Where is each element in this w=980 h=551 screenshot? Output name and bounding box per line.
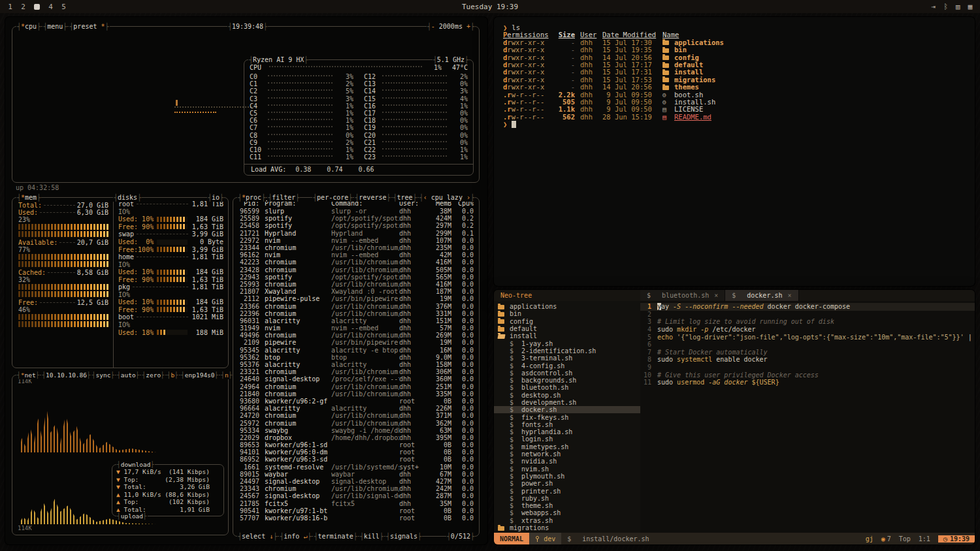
- tree-item[interactable]: printer.sh: [494, 487, 640, 494]
- proc-sort-selector[interactable]: ‹ cpu lazy ›: [419, 193, 475, 202]
- workspace-button[interactable]: 1: [8, 3, 12, 11]
- process-row[interactable]: 94101 kworker/u96:0-dm root 0B 0.0: [237, 449, 475, 456]
- tree-item[interactable]: backgrounds.sh: [494, 377, 640, 384]
- editor-pane[interactable]: 1 yay -S --noconfirm --needed docker doc…: [640, 301, 975, 533]
- workspace-button[interactable]: 4: [48, 3, 53, 11]
- proc-terminate-button[interactable]: terminate: [313, 532, 357, 541]
- process-row[interactable]: 90541 kworker/u97:1-bt root 0B 0.0: [237, 507, 475, 514]
- process-row[interactable]: 22396 chromium /usr/lib/chromium/ dhh 33…: [237, 310, 475, 317]
- process-row[interactable]: 96664 alacritty alacritty dhh 226M 0.0: [237, 405, 475, 412]
- process-row[interactable]: 23428 chromium /usr/lib/chromium/ dhh 50…: [237, 266, 475, 274]
- tree-item[interactable]: config: [494, 318, 640, 325]
- tree-item[interactable]: 1-yay.sh: [494, 339, 640, 347]
- proc-select-button[interactable]: select ↓: [237, 532, 278, 541]
- process-row[interactable]: 96031 alacritty alacritty dhh 151M 0.0: [237, 317, 475, 324]
- process-row[interactable]: 23366 chromium /usr/lib/chromium/ dhh 37…: [237, 302, 475, 309]
- proc-filter-button[interactable]: filter: [267, 193, 300, 202]
- process-row[interactable]: 21721 Hyprland Hyprland dhh 299M 0.1: [237, 230, 475, 237]
- editor-tab[interactable]: docker.sh ×: [725, 290, 798, 301]
- tree-item[interactable]: xtras.sh: [494, 517, 640, 524]
- tree-item[interactable]: asdcontrol.sh: [494, 370, 640, 377]
- tree-item[interactable]: nvidia.sh: [494, 458, 640, 465]
- process-row[interactable]: 2112 pipewire-pulse /usr/bin/pipewire- d…: [237, 295, 475, 302]
- tree-item[interactable]: applications: [494, 303, 640, 310]
- net-iface-prev-button[interactable]: b: [167, 371, 179, 379]
- tree-item[interactable]: 4-config.sh: [494, 362, 640, 369]
- process-row[interactable]: 23344 chromium /usr/lib/chromium/ dhh 23…: [237, 244, 475, 251]
- process-row[interactable]: 31949 nvim nvim --embed dhh 57M 0.0: [237, 324, 475, 332]
- proc-reverse-toggle[interactable]: reverse: [354, 193, 391, 202]
- tree-item[interactable]: webapps.sh: [494, 509, 640, 516]
- volume-icon[interactable]: [968, 3, 972, 11]
- tree-item[interactable]: login.sh: [494, 435, 640, 443]
- process-row[interactable]: 23343 chromium /usr/lib/chromium/ dhh 24…: [237, 485, 475, 492]
- io-mode-toggle[interactable]: io: [207, 193, 224, 202]
- tree-item[interactable]: 3-terminal.sh: [494, 354, 640, 362]
- process-row[interactable]: 95362 btop btop dhh 9.0M 0.0: [237, 354, 475, 361]
- process-row[interactable]: 21807 Xwayland Xwayland :0 -rootl dhh 18…: [237, 288, 475, 295]
- process-row[interactable]: 24567 signal-desktop /usr/lib/signal-de …: [237, 492, 475, 499]
- tree-item[interactable]: bin: [494, 310, 640, 317]
- process-row[interactable]: 57707 kworker/u98:16-b root 0B 0.0: [237, 514, 475, 522]
- proc-info-button[interactable]: info ↵: [279, 532, 312, 541]
- net-sync-button[interactable]: sync: [91, 371, 115, 379]
- process-row[interactable]: 25458 spotify /opt/spotify/spoti dhh 297…: [237, 222, 475, 229]
- process-row[interactable]: 95376 alacritty alacritty dhh 158M 0.0: [237, 361, 475, 368]
- menu-button[interactable]: menu: [42, 22, 67, 31]
- proc-tree-toggle[interactable]: tree: [393, 193, 417, 202]
- workspace-button[interactable]: 2: [21, 3, 25, 11]
- workspace-button[interactable]: 5: [61, 3, 66, 11]
- process-row[interactable]: 42223 chromium /usr/lib/chromium. dhh 41…: [237, 259, 475, 266]
- process-row[interactable]: 2109 pipewire /usr/bin/pipewire dhh 19M …: [237, 339, 475, 346]
- tree-item[interactable]: fix-fkeys.sh: [494, 413, 640, 420]
- process-row[interactable]: 25993 chromium /usr/lib/chromium/ dhh 41…: [237, 281, 475, 288]
- tree-item[interactable]: 2-identification.sh: [494, 347, 640, 354]
- update-interval-control[interactable]: - 2000ms +: [427, 22, 475, 31]
- tree-item[interactable]: hyprlandia.sh: [494, 428, 640, 435]
- process-row[interactable]: 89015 waybar waybar dhh 67M 0.0: [237, 471, 475, 478]
- process-row[interactable]: 25972 chromium /usr/lib/chromium/ dhh 36…: [237, 419, 475, 426]
- tree-item[interactable]: fonts.sh: [494, 421, 640, 428]
- preset-button[interactable]: preset *: [69, 22, 109, 31]
- process-row[interactable]: 93680 kworker/u96:2-gf root 0B 0.0: [237, 398, 475, 405]
- process-row[interactable]: 89653 kworker/u96:1-sd root 0B 0.0: [237, 441, 475, 449]
- process-row[interactable]: 22972 nvim nvim --embed dhh 107M 0.0: [237, 237, 475, 244]
- display-icon[interactable]: [956, 3, 960, 11]
- process-row[interactable]: 21840 chromium /usr/lib/chromium/ dhh 33…: [237, 390, 475, 398]
- process-row[interactable]: 22029 dropbox /home/dhh/.dropbox dhh 395…: [237, 434, 475, 441]
- proc-percore-toggle[interactable]: per-core: [312, 193, 353, 202]
- net-zero-button[interactable]: zero: [141, 371, 165, 379]
- tree-item[interactable]: docker.sh: [494, 406, 640, 413]
- editor-tab[interactable]: bluetooth.sh ×: [640, 290, 725, 301]
- process-row[interactable]: 86952 kworker/u96:3-sd root 0B 0.0: [237, 456, 475, 463]
- process-row[interactable]: 25589 spotify /opt/spotify/spoti dhh 424…: [237, 215, 475, 222]
- tree-item[interactable]: migrations: [494, 524, 640, 531]
- process-row[interactable]: 49496 chromium /usr/lib/chromium/ dhh 26…: [237, 332, 475, 339]
- workspace-button[interactable]: [34, 4, 40, 10]
- process-row[interactable]: 95345 alacritty alacritty -e btop dhh 16…: [237, 347, 475, 354]
- process-row[interactable]: 24497 signal-desktop signal-desktop dhh …: [237, 478, 475, 485]
- process-row[interactable]: 21785 fcitx5 fcitx5 dhh 35M 0.0: [237, 500, 475, 507]
- tree-item[interactable]: network.sh: [494, 450, 640, 458]
- process-row[interactable]: 24720 chromium /usr/lib/chromium/ dhh 37…: [237, 412, 475, 419]
- process-row[interactable]: 96599 slurp slurp -or dhh 38M 0.0: [237, 208, 475, 215]
- net-auto-button[interactable]: auto: [116, 371, 140, 379]
- tree-item[interactable]: install: [494, 332, 640, 339]
- net-iface-next-button[interactable]: n: [220, 371, 233, 379]
- tree-item[interactable]: ruby.sh: [494, 495, 640, 502]
- tree-item[interactable]: plymouth.sh: [494, 473, 640, 480]
- process-row[interactable]: 24964 chromium /usr/lib/chromium/ dhh 25…: [237, 383, 475, 390]
- tree-item[interactable]: development.sh: [494, 399, 640, 406]
- process-row[interactable]: 24640 signal-desktop /proc/self/exe --t …: [237, 375, 475, 383]
- terminal-cursor-line[interactable]: ❯: [503, 121, 966, 128]
- tab-close-icon[interactable]: ×: [714, 292, 718, 299]
- tree-item[interactable]: nvim.sh: [494, 465, 640, 473]
- process-row[interactable]: 1661 systemd-resolve /usr/lib/systemd/s …: [237, 464, 475, 471]
- tab-close-icon[interactable]: ×: [787, 292, 791, 299]
- logout-icon[interactable]: [932, 3, 936, 11]
- proc-signals-button[interactable]: signals: [385, 532, 422, 541]
- tree-item[interactable]: default: [494, 325, 640, 332]
- proc-kill-button[interactable]: kill: [359, 532, 384, 541]
- tree-item[interactable]: bluetooth.sh: [494, 384, 640, 391]
- bluetooth-icon[interactable]: [943, 3, 948, 11]
